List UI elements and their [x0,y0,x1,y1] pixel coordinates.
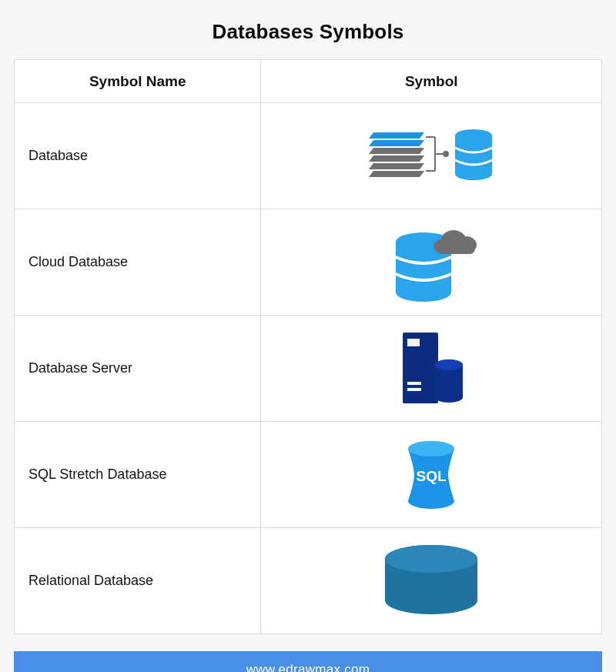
svg-point-10 [444,152,448,156]
table-row: Database [15,103,602,209]
header-name: Symbol Name [15,60,261,103]
header-symbol: Symbol [261,60,602,103]
svg-marker-0 [369,132,424,139]
database-icon [366,122,497,191]
footer-link: www.edrawmax.com [14,651,602,672]
row-symbol [261,209,602,316]
svg-rect-23 [407,339,420,346]
svg-rect-24 [407,382,421,385]
svg-point-31 [408,493,454,509]
svg-point-17 [396,283,451,302]
row-symbol [261,103,602,209]
row-name: Relational Database [15,528,261,634]
table-row: Cloud Database [15,209,602,316]
svg-point-29 [435,359,463,370]
table-row: Database Server [15,316,602,422]
row-name: Database [15,103,261,209]
svg-rect-21 [437,243,475,254]
svg-marker-5 [369,171,424,177]
svg-point-36 [385,545,477,573]
row-symbol [261,316,602,422]
svg-marker-4 [369,163,424,169]
row-symbol: SQL [261,422,602,528]
svg-rect-25 [407,388,421,391]
svg-point-32 [408,441,454,456]
page-title: Databases Symbols [14,20,602,44]
row-name: Cloud Database [15,209,261,316]
cloud-database-icon [381,220,481,305]
sql-label: SQL [417,468,447,484]
database-server-icon [389,326,474,411]
symbols-table: Symbol Name Symbol Database [14,59,602,634]
svg-marker-3 [369,155,424,162]
row-symbol [261,528,602,634]
sql-stretch-icon: SQL [397,436,466,513]
table-row: Relational Database [15,528,602,634]
svg-point-28 [435,392,463,403]
row-name: SQL Stretch Database [15,422,261,528]
relational-database-icon [373,539,489,624]
table-row: SQL Stretch Database SQL [15,422,602,528]
svg-marker-1 [369,140,424,146]
svg-point-35 [385,587,477,614]
row-name: Database Server [15,316,261,422]
svg-marker-2 [369,148,424,154]
svg-point-13 [455,168,492,180]
